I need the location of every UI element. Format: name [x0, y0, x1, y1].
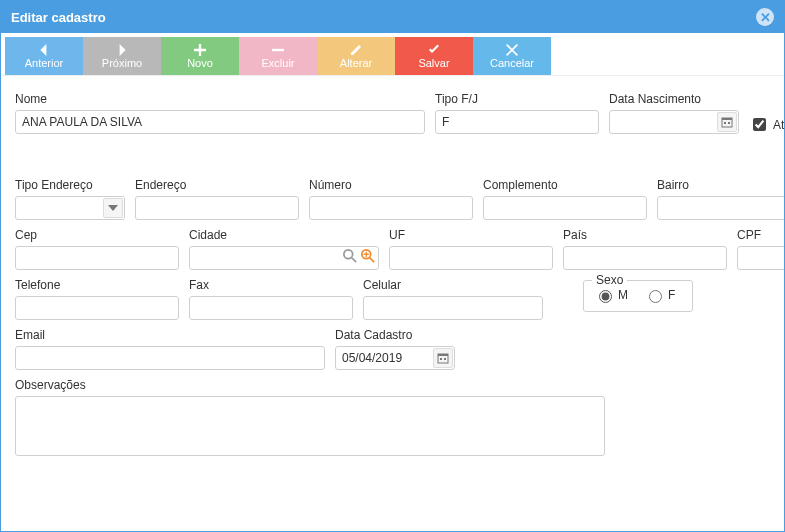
uf-label: UF	[389, 228, 553, 242]
endereco-label: Endereço	[135, 178, 299, 192]
chevron-right-icon	[115, 44, 129, 56]
pencil-icon	[349, 44, 363, 56]
cpf-input[interactable]	[737, 246, 784, 270]
delete-label: Excluir	[261, 57, 294, 69]
close-icon: ✕	[760, 11, 771, 24]
sexo-legend: Sexo	[592, 273, 627, 287]
window-title: Editar cadastro	[11, 10, 106, 25]
ativo-checkbox-wrap[interactable]: Ativo	[749, 115, 784, 134]
titlebar: Editar cadastro ✕	[1, 1, 784, 33]
check-icon	[427, 44, 441, 56]
cancel-button[interactable]: Cancelar	[473, 37, 551, 75]
nome-label: Nome	[15, 92, 425, 106]
plus-icon	[193, 44, 207, 56]
tipoendereco-label: Tipo Endereço	[15, 178, 125, 192]
cidade-search-button[interactable]	[343, 249, 357, 266]
ativo-checkbox[interactable]	[753, 118, 766, 131]
complemento-input[interactable]	[483, 196, 647, 220]
edit-button[interactable]: Alterar	[317, 37, 395, 75]
cpf-label: CPF	[737, 228, 784, 242]
svg-point-4	[344, 250, 353, 259]
svg-rect-1	[722, 118, 732, 120]
svg-rect-12	[440, 358, 442, 360]
edit-label: Alterar	[340, 57, 372, 69]
uf-input[interactable]	[389, 246, 553, 270]
search-icon	[343, 249, 357, 263]
bairro-label: Bairro	[657, 178, 784, 192]
dialog-editar-cadastro: Editar cadastro ✕ Anterior Próximo Novo …	[0, 0, 785, 532]
bairro-input[interactable]	[657, 196, 784, 220]
toolbar: Anterior Próximo Novo Excluir Alterar Sa…	[1, 33, 784, 76]
save-button[interactable]: Salvar	[395, 37, 473, 75]
cep-input[interactable]	[15, 246, 179, 270]
search-plus-icon	[361, 249, 375, 263]
close-button[interactable]: ✕	[756, 8, 774, 26]
email-label: Email	[15, 328, 325, 342]
celular-input[interactable]	[363, 296, 543, 320]
next-label: Próximo	[102, 57, 142, 69]
sexo-m-radio-wrap[interactable]: M	[594, 287, 628, 303]
datanasc-calendar-button[interactable]	[717, 112, 737, 132]
prev-button[interactable]: Anterior	[5, 37, 83, 75]
save-label: Salvar	[418, 57, 449, 69]
calendar-icon	[437, 352, 449, 364]
sexo-f-radio-wrap[interactable]: F	[644, 287, 675, 303]
svg-rect-3	[728, 122, 730, 124]
tipofj-label: Tipo F/J	[435, 92, 599, 106]
observacoes-textarea[interactable]	[15, 396, 605, 456]
fax-label: Fax	[189, 278, 353, 292]
new-button[interactable]: Novo	[161, 37, 239, 75]
svg-line-7	[370, 258, 374, 262]
sexo-m-label: M	[618, 288, 628, 302]
minus-icon	[271, 44, 285, 56]
complemento-label: Complemento	[483, 178, 647, 192]
pais-label: País	[563, 228, 727, 242]
chevron-left-icon	[37, 44, 51, 56]
svg-rect-13	[444, 358, 446, 360]
chevron-down-icon	[108, 203, 118, 213]
observacoes-label: Observações	[15, 378, 605, 392]
prev-label: Anterior	[25, 57, 64, 69]
svg-rect-2	[724, 122, 726, 124]
sexo-m-radio[interactable]	[599, 290, 612, 303]
endereco-input[interactable]	[135, 196, 299, 220]
form-body: Nome Tipo F/J Data Nascimento Ativo	[1, 76, 784, 531]
cep-label: Cep	[15, 228, 179, 242]
cancel-label: Cancelar	[490, 57, 534, 69]
pais-input[interactable]	[563, 246, 727, 270]
tipoendereco-dropdown-button[interactable]	[103, 198, 123, 218]
datanasc-label: Data Nascimento	[609, 92, 739, 106]
datacadastro-calendar-button[interactable]	[433, 348, 453, 368]
delete-button[interactable]: Excluir	[239, 37, 317, 75]
nome-input[interactable]	[15, 110, 425, 134]
calendar-icon	[721, 116, 733, 128]
tipofj-input[interactable]	[435, 110, 599, 134]
svg-rect-11	[438, 354, 448, 356]
numero-input[interactable]	[309, 196, 473, 220]
sexo-f-radio[interactable]	[649, 290, 662, 303]
sexo-f-label: F	[668, 288, 675, 302]
telefone-input[interactable]	[15, 296, 179, 320]
datacadastro-label: Data Cadastro	[335, 328, 455, 342]
telefone-label: Telefone	[15, 278, 179, 292]
cidade-label: Cidade	[189, 228, 379, 242]
x-icon	[505, 44, 519, 56]
svg-line-5	[352, 258, 356, 262]
sexo-fieldset: Sexo M F	[583, 280, 693, 312]
ativo-label: Ativo	[773, 118, 784, 132]
cidade-zoom-button[interactable]	[361, 249, 375, 266]
new-label: Novo	[187, 57, 213, 69]
numero-label: Número	[309, 178, 473, 192]
email-input[interactable]	[15, 346, 325, 370]
fax-input[interactable]	[189, 296, 353, 320]
celular-label: Celular	[363, 278, 543, 292]
next-button[interactable]: Próximo	[83, 37, 161, 75]
